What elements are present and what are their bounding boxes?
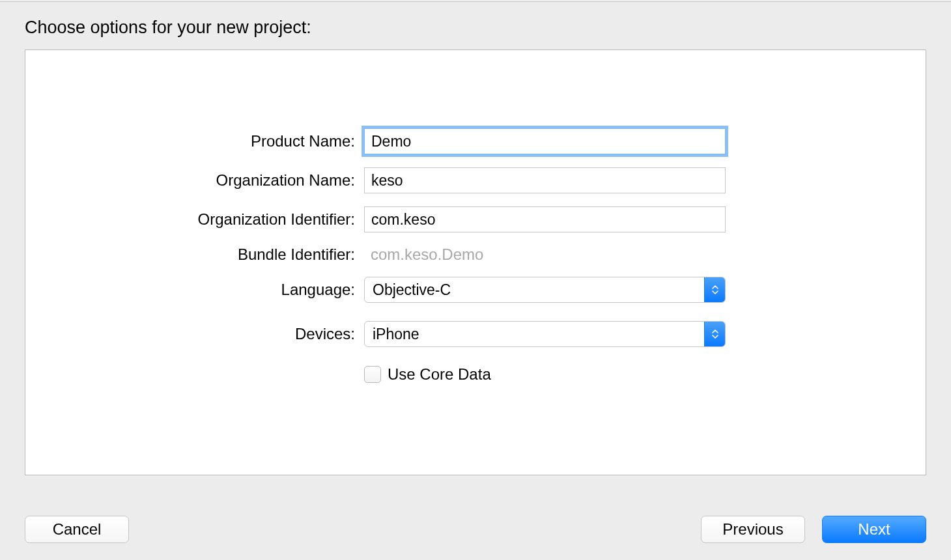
language-select-value: Objective-C [365, 281, 704, 299]
form-panel: Product Name: Organization Name: Organiz… [25, 49, 926, 475]
language-select[interactable]: Objective-C [364, 277, 726, 303]
updown-icon [704, 322, 725, 346]
product-name-input[interactable] [364, 128, 726, 154]
product-name-label: Product Name: [25, 132, 364, 150]
organization-identifier-input[interactable] [364, 206, 726, 232]
cancel-button[interactable]: Cancel [25, 516, 129, 543]
checkbox-icon [364, 366, 381, 383]
organization-name-input[interactable] [364, 167, 726, 193]
bundle-identifier-label: Bundle Identifier: [25, 245, 364, 264]
button-bar: Cancel Previous Next [25, 516, 926, 543]
updown-icon [704, 277, 725, 302]
use-core-data-label: Use Core Data [388, 365, 491, 384]
bundle-identifier-value: com.keso.Demo [364, 245, 483, 264]
devices-select-value: iPhone [365, 326, 704, 343]
dialog-heading: Choose options for your new project: [0, 2, 951, 49]
use-core-data-checkbox[interactable]: Use Core Data [364, 365, 491, 384]
devices-select[interactable]: iPhone [364, 321, 726, 347]
language-label: Language: [25, 281, 364, 299]
organization-identifier-label: Organization Identifier: [25, 210, 364, 229]
previous-button[interactable]: Previous [701, 516, 805, 543]
organization-name-label: Organization Name: [25, 171, 364, 189]
devices-label: Devices: [25, 325, 364, 343]
next-button[interactable]: Next [822, 516, 926, 543]
